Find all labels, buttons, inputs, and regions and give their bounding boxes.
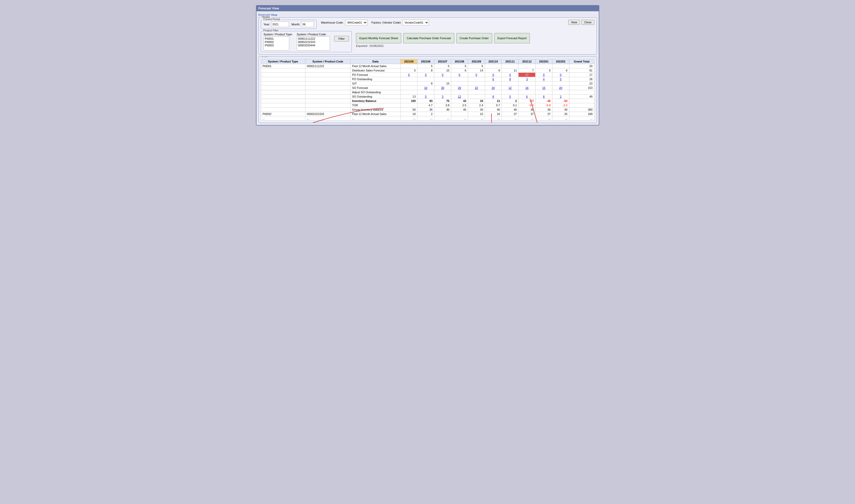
cell-ellipsis: ... xyxy=(305,116,351,121)
cell-202110: 40 xyxy=(485,108,502,112)
table-row: Pt0001 00001111222 Past 12 Month Actual … xyxy=(261,64,594,68)
col-header-202202: 202202 xyxy=(552,59,569,64)
cell-202106-link[interactable]: 0 xyxy=(417,73,434,77)
cell-202202-link[interactable]: 5 xyxy=(552,77,569,82)
product-filter-label: Product Filter xyxy=(263,29,279,32)
factory-select[interactable]: VendorCode01 xyxy=(402,20,429,25)
cell-202201: 37 xyxy=(535,112,552,116)
cell-202111-link[interactable]: 0 xyxy=(502,73,519,77)
col-header-product-type: System / Product Type xyxy=(261,59,305,64)
close-button[interactable]: Close xyxy=(581,20,594,25)
cell-202108-link[interactable]: 12 xyxy=(451,94,468,99)
cell-202108-link[interactable]: 0 xyxy=(451,73,468,77)
cell-202202: 25 xyxy=(552,112,569,116)
col-header-202106: 202106 xyxy=(417,59,434,64)
cell-202110-link[interactable]: 0 xyxy=(485,73,502,77)
cell-ellipsis: ... xyxy=(434,116,451,121)
cell-grand-total: 153 xyxy=(569,86,594,90)
cell-202111: 37 xyxy=(502,112,519,116)
cell-202111-link[interactable]: 5 xyxy=(502,94,519,99)
cell-202106-link[interactable]: 5 xyxy=(417,94,434,99)
month-input[interactable] xyxy=(301,21,314,27)
cell-202202-link[interactable]: 20 xyxy=(552,86,569,90)
cell-202108-link[interactable]: 20 xyxy=(451,86,468,90)
cell-product-code xyxy=(305,103,351,108)
export-forecast-button[interactable]: Export Forecast Report xyxy=(494,33,530,43)
year-input[interactable] xyxy=(271,21,289,27)
cell-202201-link[interactable]: 15 xyxy=(535,86,552,90)
cell-202202 xyxy=(552,90,569,94)
cell-202201: 5 xyxy=(535,68,552,73)
cell-grand-total xyxy=(569,99,594,103)
cell-202109-link[interactable]: 0 xyxy=(468,73,485,77)
month-field-group: Month: xyxy=(291,21,314,27)
cell-202202-neg: -53 xyxy=(552,99,569,103)
cell-202109 xyxy=(468,90,485,94)
cell-data-label: SO Forecast xyxy=(351,86,400,90)
cell-202202-link[interactable]: 2 xyxy=(552,94,569,99)
cell-202107-link[interactable]: 30 xyxy=(434,86,451,90)
cell-product-type xyxy=(261,108,305,112)
cell-202110-link[interactable]: 6 xyxy=(485,77,502,82)
cell-202105 xyxy=(400,103,417,108)
cell-202201-link[interactable]: 4 xyxy=(535,77,552,82)
cell-product-type xyxy=(261,103,305,108)
cell-product-code xyxy=(305,108,351,112)
cell-data-label: Past 12 Month Actual Sales xyxy=(351,112,400,116)
cell-202111-link[interactable]: 8 xyxy=(502,77,519,82)
cell-202105 xyxy=(400,77,417,82)
cell-202111-link[interactable]: 12 xyxy=(502,86,519,90)
filter-button[interactable]: Filter xyxy=(334,36,349,41)
cell-202108 xyxy=(451,112,468,116)
create-po-button[interactable]: Create Purchase Order xyxy=(456,33,492,43)
cell-202112-link[interactable]: 6 xyxy=(519,94,535,99)
cell-grand-total: 81 xyxy=(569,68,594,73)
cell-202110 xyxy=(485,90,502,94)
cell-202107-link[interactable]: 3 xyxy=(434,94,451,99)
action-buttons-row: Export Monthly Forecast Sheet Calculate … xyxy=(356,33,530,43)
product-type-select[interactable]: Pt0001 Pt0002 Pt0003 xyxy=(264,36,289,51)
cell-202110-link[interactable]: 8 xyxy=(485,94,502,99)
calc-po-button[interactable]: Calculate Purchase Order Forecast xyxy=(403,33,454,43)
cell-202105 xyxy=(400,64,417,68)
cell-202108 xyxy=(451,77,468,82)
cell-202105 xyxy=(400,82,417,86)
view-button[interactable]: View xyxy=(568,20,580,25)
cell-202107-link[interactable]: 0 xyxy=(434,73,451,77)
cell-202110: 11 xyxy=(485,99,502,103)
cell-data-label: Adjust SO Outstanding xyxy=(351,90,400,94)
table-row: Pt0002 00002222333 Past 12 Month Actual … xyxy=(261,112,594,116)
warehouse-select[interactable]: WHCode01 xyxy=(345,20,368,25)
current-period-label: Current Period xyxy=(263,18,281,21)
cell-202106-link[interactable]: 10 xyxy=(417,86,434,90)
cell-product-code xyxy=(305,68,351,73)
cell-202201-link[interactable]: 8 xyxy=(535,94,552,99)
cell-202112: 38 xyxy=(519,108,535,112)
cell-202105: 13 xyxy=(400,94,417,99)
product-code-container: System / Product Code: 00001111222 00002… xyxy=(297,33,330,51)
cell-202109-link[interactable]: 10 xyxy=(468,86,485,90)
cell-202112-link[interactable]: 3 xyxy=(519,77,535,82)
product-code-select[interactable]: 00001111222 00002222333 00003333444 xyxy=(297,36,330,51)
cell-product-type xyxy=(261,90,305,94)
cell-202110-link[interactable]: 20 xyxy=(485,86,502,90)
detail-label: Detail xyxy=(261,57,269,58)
header-buttons: View Close xyxy=(568,20,594,25)
forecast-view-label: Forecast View xyxy=(259,13,597,16)
export-monthly-button[interactable]: Export Monthly Forecast Sheet xyxy=(356,33,401,43)
current-period-box: Current Period Year: Month: xyxy=(261,20,317,29)
cell-202109: 5 xyxy=(468,64,485,68)
cell-grand-total xyxy=(569,103,594,108)
cell-202201-link[interactable]: 0 xyxy=(535,73,552,77)
cell-202108 xyxy=(451,82,468,86)
cell-product-type xyxy=(261,73,305,77)
cell-data-label: PO Forecast xyxy=(351,73,400,77)
cell-data-label: PO Outstanding xyxy=(351,77,400,82)
cell-202112-highlight[interactable]: 17 xyxy=(519,73,535,77)
cell-202105-link[interactable]: 0 xyxy=(400,73,417,77)
cell-202202-link[interactable]: 0 xyxy=(552,73,569,77)
cell-202108 xyxy=(451,90,468,94)
table-row-ellipsis: ... ... ... ... ... ... ... ... ... ... … xyxy=(261,116,594,121)
cell-product-type: Pt0001 xyxy=(261,64,305,68)
cell-202112-link[interactable]: 16 xyxy=(519,86,535,90)
